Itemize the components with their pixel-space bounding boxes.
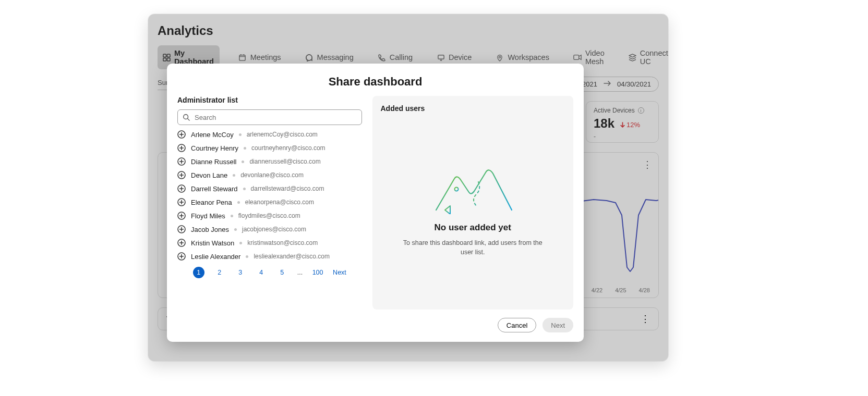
tab-workspaces[interactable]: Workspaces (490, 49, 554, 65)
svg-point-19 (455, 187, 459, 191)
add-user-icon[interactable] (177, 130, 186, 139)
kpi-title: Active Devices (594, 107, 635, 114)
svg-rect-0 (163, 54, 166, 57)
add-user-icon[interactable] (177, 184, 186, 193)
admin-email: devonlane@cisco.com (240, 171, 304, 179)
add-user-icon[interactable] (177, 239, 186, 247)
tab-label: Messaging (317, 53, 354, 61)
added-users-column: Added users (372, 96, 574, 310)
svg-rect-1 (167, 54, 170, 57)
page-next[interactable]: Next (333, 269, 346, 276)
admin-row: Floyd Milesfloydmiles@cisco.com (177, 212, 362, 220)
info-icon[interactable]: i (638, 107, 644, 114)
empty-illustration-icon (428, 162, 517, 214)
device-icon (437, 53, 445, 61)
add-user-icon[interactable] (177, 212, 186, 220)
tab-calling[interactable]: Calling (372, 49, 418, 65)
video-icon (573, 53, 582, 61)
add-user-icon[interactable] (177, 157, 186, 166)
admin-row: Devon Lanedevonlane@cisco.com (177, 171, 362, 179)
page-number[interactable]: 2 (214, 267, 225, 278)
admin-row: Arlene McCoyarlenemcCoy@cisco.com (177, 130, 362, 139)
add-user-icon[interactable] (177, 144, 186, 152)
admin-row: Dianne Russelldiannerussell@cisco.com (177, 157, 362, 166)
page-number[interactable]: 4 (256, 267, 267, 278)
modal-title: Share dashboard (177, 75, 573, 89)
admin-email: darrellsteward@cisco.com (251, 185, 324, 192)
next-button[interactable]: Next (542, 318, 573, 332)
svg-point-6 (499, 56, 501, 58)
tab-messaging[interactable]: Messaging (300, 49, 359, 65)
empty-state-title: No user added yet (435, 222, 511, 233)
admin-name: Darrell Steward (191, 185, 238, 193)
tab-label: Workspaces (508, 53, 549, 61)
cancel-button[interactable]: Cancel (498, 318, 536, 332)
add-user-icon[interactable] (177, 252, 186, 261)
admin-name: Floyd Miles (191, 212, 225, 220)
add-user-icon[interactable] (177, 171, 186, 179)
admin-name: Leslie Alexander (191, 253, 240, 261)
admin-row: Jacob Jonesjacobjones@cisco.com (177, 225, 362, 233)
dashboard-icon (163, 53, 171, 61)
page-title: Analytics (158, 23, 659, 38)
admin-name: Kristin Watson (191, 239, 234, 247)
admin-email: courtneyhenry@cisco.com (251, 144, 326, 152)
paginator: 12345...100Next (177, 267, 362, 278)
page-ellipsis: ... (297, 269, 303, 276)
admin-email: arlenemcCoy@cisco.com (247, 131, 318, 138)
tab-device[interactable]: Device (431, 49, 477, 65)
admin-name: Dianne Russell (191, 158, 236, 166)
kpi-active-devices: Active Devices i 18k 12% - (586, 101, 659, 143)
tab-label: Connected UC (640, 49, 668, 66)
phone-icon (378, 53, 386, 61)
svg-rect-2 (163, 58, 166, 61)
pin-icon (496, 53, 504, 61)
separator-dot (242, 160, 244, 163)
separator-dot (243, 188, 246, 190)
separator-dot (233, 174, 235, 177)
admin-email: jacobjones@cisco.com (242, 226, 306, 233)
add-user-icon[interactable] (177, 225, 186, 233)
arrow-down-icon (620, 122, 625, 128)
admin-row: Leslie Alexanderlesliealexander@cisco.co… (177, 252, 362, 261)
empty-state: No user added yet To share this dashboar… (381, 118, 565, 301)
admin-name: Devon Lane (191, 171, 227, 179)
page-number[interactable]: 1 (193, 267, 204, 278)
tab-label: Device (449, 53, 472, 61)
tab-connected-uc[interactable]: Connected UC (623, 45, 668, 69)
kpi-value: 18k (594, 116, 614, 131)
kebab-menu-icon[interactable]: ⋮ (641, 313, 650, 325)
admin-name: Arlene McCoy (191, 131, 234, 139)
admin-name: Courtney Henry (191, 144, 238, 152)
kpi-delta: 12% (620, 121, 640, 129)
tab-meetings[interactable]: Meetings (233, 49, 286, 65)
kebab-menu-icon[interactable]: ⋮ (643, 159, 652, 170)
admin-email: kristinwatson@cisco.com (247, 239, 318, 246)
date-to: 04/30/2021 (617, 80, 651, 88)
chat-icon (305, 53, 314, 61)
arrow-right-icon (604, 80, 611, 88)
admin-name: Eleanor Pena (191, 199, 232, 206)
svg-rect-3 (167, 58, 170, 61)
separator-dot (231, 215, 233, 217)
page-number[interactable]: 100 (312, 267, 323, 278)
page-number[interactable]: 5 (276, 267, 288, 278)
admin-list-column: Administrator list Arlene McCoyarlenemcC… (177, 96, 362, 310)
admin-row: Kristin Watsonkristinwatson@cisco.com (177, 239, 362, 247)
axis-tick: 4/25 (615, 287, 626, 293)
add-user-icon[interactable] (177, 198, 186, 206)
admin-email: eleanorpena@cisco.com (245, 199, 314, 206)
separator-dot (246, 255, 248, 258)
admin-email: diannerussell@cisco.com (249, 158, 320, 165)
admin-row: Darrell Stewarddarrellsteward@cisco.com (177, 184, 362, 193)
admin-search-input[interactable] (177, 109, 362, 125)
admin-row: Eleanor Penaeleanorpena@cisco.com (177, 198, 362, 206)
calendar-icon (238, 53, 247, 61)
svg-rect-7 (574, 55, 579, 60)
admin-name: Jacob Jones (191, 226, 229, 233)
separator-dot (244, 147, 246, 150)
axis-tick: 4/22 (592, 287, 602, 293)
kpi-dash: - (594, 133, 651, 140)
page-number[interactable]: 3 (235, 267, 246, 278)
admin-email: lesliealexander@cisco.com (254, 253, 330, 260)
